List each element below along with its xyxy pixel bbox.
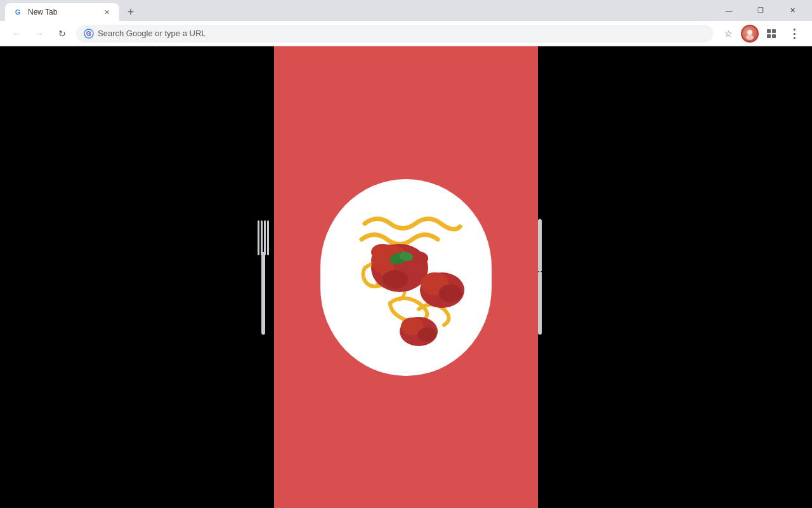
svg-point-5: [746, 35, 754, 40]
reload-button[interactable]: ↻: [53, 25, 71, 43]
svg-rect-10: [261, 265, 265, 335]
pasta-illustration-panel: [274, 46, 538, 508]
omnibox[interactable]: G Search Google or type a URL: [76, 25, 713, 43]
svg-point-26: [439, 284, 462, 302]
address-bar: ← → ↻ G Search Google or type a URL ☆: [0, 21, 812, 46]
svg-rect-6: [767, 29, 771, 33]
svg-rect-14: [267, 220, 269, 255]
profile-avatar[interactable]: [741, 25, 759, 43]
tab-close-button[interactable]: ✕: [102, 7, 112, 17]
maximize-button[interactable]: ❐: [746, 1, 775, 21]
food-illustration: [327, 185, 485, 370]
bookmark-star-button[interactable]: ☆: [718, 23, 738, 44]
forward-button[interactable]: →: [30, 25, 48, 43]
svg-rect-8: [767, 34, 771, 38]
tab-strip: G New Tab ✕ +: [5, 0, 714, 21]
fork-icon: [254, 214, 273, 341]
new-tab-button[interactable]: +: [122, 3, 140, 21]
svg-text:G: G: [15, 8, 21, 16]
svg-point-29: [417, 328, 436, 342]
omnibox-text: Search Google or type a URL: [98, 29, 206, 38]
svg-rect-7: [772, 29, 776, 33]
minimize-button[interactable]: —: [714, 1, 743, 21]
svg-rect-12: [261, 220, 263, 255]
chrome-menu-button[interactable]: ⋮: [784, 23, 804, 44]
google-logo-icon: G: [84, 29, 94, 39]
browser-frame: G New Tab ✕ + — ❐ ✕ ← → ↻ G Search G: [0, 0, 812, 508]
extensions-button[interactable]: [761, 23, 782, 44]
window-controls: — ❐ ✕: [714, 1, 807, 21]
svg-text:G: G: [86, 30, 91, 37]
tab-favicon: G: [13, 7, 23, 17]
tab-title: New Tab: [28, 8, 96, 17]
svg-rect-15: [261, 252, 265, 268]
title-bar: G New Tab ✕ + — ❐ ✕: [0, 0, 812, 21]
close-button[interactable]: ✕: [778, 1, 807, 21]
left-black-area: [0, 46, 274, 508]
svg-point-4: [747, 30, 752, 35]
svg-rect-9: [772, 34, 776, 38]
active-tab[interactable]: G New Tab ✕: [5, 3, 119, 21]
knife-icon: [534, 214, 546, 341]
content-area: [0, 46, 812, 508]
svg-rect-13: [264, 220, 266, 255]
svg-point-19: [383, 270, 408, 289]
back-button[interactable]: ←: [8, 25, 25, 43]
plate-container: [311, 170, 501, 385]
svg-rect-30: [538, 271, 542, 335]
svg-rect-11: [258, 220, 259, 255]
right-black-area: [538, 46, 812, 508]
toolbar-icons: ☆ ⋮: [718, 23, 804, 44]
